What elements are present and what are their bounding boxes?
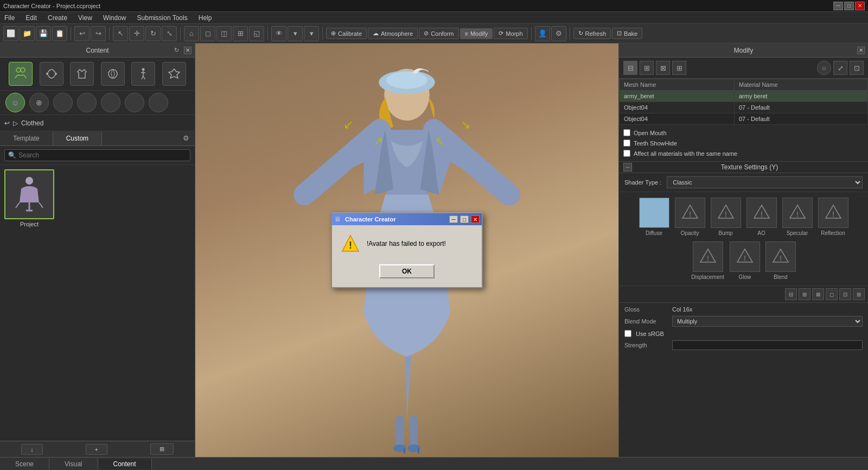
menu-file[interactable]: File (2, 13, 17, 23)
scale-button[interactable]: ⤡ (162, 26, 177, 41)
bake-button[interactable]: ⊡Bake (612, 28, 642, 39)
open-mouth-checkbox[interactable] (623, 129, 630, 136)
icon6-button[interactable] (125, 93, 144, 112)
select-button[interactable]: ↖ (113, 26, 128, 41)
new-button[interactable]: ⬜ (3, 26, 18, 41)
save-button[interactable]: 💾 (36, 26, 51, 41)
full-icon-button[interactable]: ⊡ (850, 61, 864, 75)
table-row[interactable]: army_beret army beret (620, 91, 868, 102)
bottom-add-button[interactable]: + (86, 444, 107, 455)
specular-thumb[interactable]: ! (782, 198, 813, 228)
glow-thumb[interactable]: ! (730, 242, 760, 272)
menu-edit[interactable]: Edit (23, 13, 39, 23)
dialog-minimize-button[interactable]: ─ (449, 215, 458, 223)
dialog-close-button[interactable]: ✕ (471, 215, 480, 223)
menu-create[interactable]: Create (46, 13, 69, 23)
body-button[interactable]: ⊕ (29, 93, 49, 112)
home-view-button[interactable]: ⌂ (184, 26, 199, 41)
strength-input[interactable] (672, 340, 863, 350)
outfit-icon-button[interactable] (70, 62, 94, 86)
cam1-button[interactable]: ▾ (288, 26, 303, 41)
displacement-thumb[interactable]: ! (693, 242, 723, 272)
sliders-icon-button[interactable]: ⊟ (623, 61, 637, 75)
minimize-button[interactable]: ─ (833, 2, 843, 10)
tex-btn4[interactable]: ◻ (826, 288, 838, 300)
saveas-button[interactable]: 📋 (52, 26, 67, 41)
tab-content[interactable]: Content (98, 459, 152, 469)
modify-button[interactable]: ≡Modify (460, 28, 493, 39)
teeth-checkbox[interactable] (623, 139, 630, 147)
table-row[interactable]: Object04 07 - Default (620, 102, 868, 113)
open-button[interactable]: 📁 (20, 26, 35, 41)
tab-custom[interactable]: Custom (53, 131, 102, 145)
table-row[interactable]: Object04 07 - Default (620, 113, 868, 125)
tex-btn3[interactable]: ⊠ (812, 288, 824, 300)
ao-thumb[interactable]: ! (746, 198, 777, 228)
atmosphere-button[interactable]: ☁Atmosphere (368, 28, 418, 39)
menu-help[interactable]: Help (196, 13, 214, 23)
maximize-button[interactable]: □ (844, 2, 854, 10)
bottom-merge-button[interactable]: ⊞ (150, 443, 174, 455)
dialog-ok-button[interactable]: OK (379, 264, 435, 278)
user-button[interactable]: 👤 (535, 26, 550, 41)
panel-refresh-icon[interactable]: ↻ (174, 47, 182, 54)
clothed-next-icon[interactable]: ▷ (13, 119, 18, 127)
menu-window[interactable]: Window (101, 13, 129, 23)
right-panel-close-button[interactable]: ✕ (857, 47, 865, 54)
gear-button[interactable]: ⚙ (551, 26, 566, 41)
close-button[interactable]: ✕ (855, 2, 865, 10)
view3-button[interactable]: ⊞ (233, 26, 248, 41)
icon4-button[interactable] (77, 93, 97, 112)
tab-template[interactable]: Template (0, 131, 53, 145)
move-button[interactable]: ✛ (129, 26, 144, 41)
pose-icon-button[interactable] (131, 62, 155, 86)
character-icon-button[interactable] (9, 62, 33, 86)
tex-btn5[interactable]: ⊡ (839, 288, 851, 300)
view2-button[interactable]: ◫ (216, 26, 232, 41)
blend-mode-select[interactable]: Multiply Normal Screen Overlay (672, 316, 863, 327)
blend-thumb[interactable]: ! (765, 242, 796, 272)
conform-button[interactable]: ⊘Conform (419, 28, 458, 39)
tab-settings-icon[interactable]: ⚙ (183, 134, 192, 143)
panel-close-button[interactable]: ✕ (184, 47, 192, 54)
diffuse-thumb[interactable] (639, 198, 669, 228)
view1-button[interactable]: ◻ (200, 26, 215, 41)
dialog-maximize-button[interactable]: □ (460, 215, 469, 223)
undo-button[interactable]: ↩ (74, 26, 90, 41)
reflection-thumb[interactable]: ! (818, 198, 848, 228)
rotate-button[interactable]: ↻ (145, 26, 161, 41)
collapse-button[interactable]: ─ (623, 163, 632, 172)
clothed-back-icon[interactable]: ↩ (4, 119, 10, 127)
bump-thumb[interactable]: ! (711, 198, 741, 228)
menu-view[interactable]: View (76, 13, 94, 23)
icon5-button[interactable] (101, 93, 120, 112)
icon3-button[interactable] (53, 93, 73, 112)
shader-select[interactable]: Classic PBR SSS (667, 176, 863, 188)
opacity-thumb[interactable]: ! (675, 198, 705, 228)
redo-button[interactable]: ↪ (91, 26, 106, 41)
tab-scene[interactable]: Scene (0, 459, 49, 469)
tex-btn2[interactable]: ⊞ (799, 288, 810, 300)
morph-icon-button[interactable] (40, 62, 63, 86)
expand-icon-button[interactable]: ⤢ (833, 61, 847, 75)
tab-visual[interactable]: Visual (49, 459, 98, 469)
accessory-icon-button[interactable] (162, 62, 186, 86)
eye-button[interactable]: 👁 (271, 26, 286, 41)
bottom-down-button[interactable]: ↓ (21, 444, 43, 455)
list-item[interactable]: Project (4, 169, 54, 227)
morph-button[interactable]: ⟳Morph (494, 28, 527, 39)
tex-btn1[interactable]: ⊟ (785, 288, 797, 300)
grid-icon-button[interactable]: ⊞ (672, 61, 686, 75)
calibrate-button[interactable]: ⊕Calibrate (326, 28, 367, 39)
shape-icon-button[interactable] (101, 62, 125, 86)
icon7-button[interactable] (149, 93, 168, 112)
tex-btn6[interactable]: ⊞ (853, 288, 865, 300)
refresh-button[interactable]: ↻Refresh (573, 28, 611, 39)
affect-all-checkbox[interactable] (623, 150, 630, 157)
view4-button[interactable]: ◱ (249, 26, 264, 41)
search-input[interactable] (18, 151, 187, 159)
face-button[interactable]: ☺ (5, 93, 25, 112)
material-icon-button[interactable]: ⊠ (656, 61, 670, 75)
menu-submission-tools[interactable]: Submission Tools (135, 13, 190, 23)
cam2-button[interactable]: ▾ (304, 26, 319, 41)
